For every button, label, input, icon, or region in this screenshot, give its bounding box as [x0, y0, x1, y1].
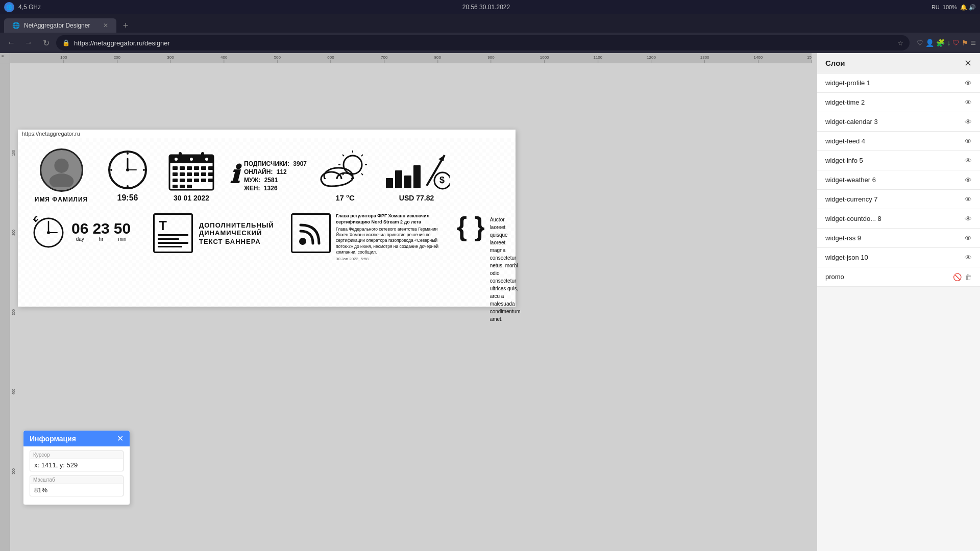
layer-item[interactable]: widget-weather 6 👁 [817, 170, 980, 190]
taskbar-globe-icon[interactable]: 🌐 [4, 2, 14, 12]
scale-label: Масштаб [30, 475, 124, 484]
subscribers-label: ПОДПИСЧИКИ: [244, 160, 289, 167]
layer-visibility-icon[interactable]: 👁 [965, 215, 972, 223]
user-icon[interactable]: 👤 [925, 39, 934, 47]
layer-visibility-icon[interactable]: 👁 [965, 98, 972, 107]
female-row: ЖЕН: 1326 [244, 185, 307, 192]
svg-rect-30 [180, 179, 185, 182]
svg-rect-21 [201, 166, 206, 170]
layer-item[interactable]: widget-json 10 👁 [817, 248, 980, 267]
svg-rect-23 [173, 172, 178, 176]
layer-name: widget-feed 4 [825, 137, 865, 145]
banner-url-text: https://netaggregator.ru [22, 131, 80, 137]
layer-visibility-icon[interactable]: 👁 [965, 79, 972, 87]
ruler-mark: 500 [274, 56, 281, 63]
v-ruler-mark: 400 [12, 389, 15, 395]
reload-button[interactable]: ↻ [39, 36, 53, 50]
bookmark-icon[interactable]: ☆ [897, 39, 903, 47]
clock-svg [107, 149, 148, 190]
svg-point-64 [299, 238, 306, 245]
layer-item[interactable]: widget-feed 4 👁 [817, 132, 980, 151]
flag-icon[interactable]: ⚑ [962, 39, 968, 47]
layer-visibility-icon[interactable]: 👁 [965, 176, 972, 184]
shield-icon[interactable]: 🛡 [952, 39, 960, 47]
online-row: ОНЛАЙН: 112 [244, 168, 307, 176]
taskbar: 🌐 4,5 GHz 20:56 30.01.2022 RU 100% 🔔 🔊 [0, 0, 980, 14]
svg-rect-13 [201, 152, 204, 159]
layer-visibility-icon[interactable]: 👁 [965, 195, 972, 204]
menu-icon-small: ≡ [2, 54, 4, 59]
url-bar[interactable]: 🔒 https://netaggregator.ru/designer ☆ [56, 35, 910, 51]
heart-icon[interactable]: ♡ [917, 39, 923, 47]
layer-item[interactable]: promo 🚫 🗑 [817, 267, 980, 287]
taskbar-time: 20:56 30.01.2022 [462, 4, 510, 11]
layer-visibility-icon[interactable]: 👁 [965, 137, 972, 145]
svg-rect-35 [173, 185, 178, 188]
rss-date: 30 Jan 2022, 5:58 [336, 257, 447, 261]
weather-svg [317, 149, 373, 190]
layers-panel-close-button[interactable]: ✕ [964, 58, 972, 69]
ruler-mark: 1200 [647, 56, 656, 63]
browser-active-tab[interactable]: 🌐 NetAggregator Designer ✕ [4, 18, 116, 33]
layer-visibility-icon[interactable]: 🚫 [953, 273, 962, 281]
profile-name: ИМЯ ФАМИЛИЯ [35, 196, 88, 203]
text-line-4 [158, 246, 182, 248]
banner-bottom-row: 06 day 23 hr 50 min [18, 208, 516, 333]
lock-icon: 🔒 [62, 39, 70, 46]
layer-actions: 🚫 🗑 [953, 273, 972, 281]
text-label-1: ДОПОЛНИТЕЛЬНЫЙ ДИНАМИЧЕСКИЙ [199, 221, 281, 237]
text-label-2: ТЕКСТ БАННЕРА [199, 238, 281, 245]
banner-url-label: https://netaggregator.ru [18, 130, 516, 138]
layer-actions: 👁 [965, 215, 972, 223]
ruler-mark: 200 [114, 56, 120, 63]
rss-content: Глава регулятора ФРГ Хоманн исключил сер… [336, 213, 447, 261]
layer-actions: 👁 [965, 195, 972, 204]
layer-delete-icon[interactable]: 🗑 [965, 273, 972, 281]
tab-close-icon[interactable]: ✕ [103, 22, 108, 29]
svg-rect-33 [201, 179, 206, 182]
clock-time: 19:56 [117, 193, 138, 203]
taskbar-left: 🌐 4,5 GHz [4, 2, 41, 12]
browser-toolbar: ← → ↻ 🔒 https://netaggregator.ru/designe… [0, 33, 980, 53]
layer-item[interactable]: widget-rss 9 👁 [817, 229, 980, 248]
back-button[interactable]: ← [4, 36, 18, 50]
design-area[interactable]: https://netaggregator.ru [10, 63, 812, 551]
ruler-corner: ≡ [0, 53, 10, 63]
svg-rect-19 [187, 166, 192, 170]
layer-name: widget-rss 9 [825, 234, 861, 242]
download-icon[interactable]: ↓ [947, 39, 950, 47]
widget-clock: 19:56 [102, 149, 153, 203]
ruler-mark: 1500 [807, 56, 812, 63]
layer-name: widget-countdo... 8 [825, 215, 881, 222]
layer-item[interactable]: widget-info 5 👁 [817, 151, 980, 170]
svg-rect-31 [187, 179, 192, 182]
layer-item[interactable]: widget-profile 1 👁 [817, 73, 980, 93]
layer-item[interactable]: widget-currency 7 👁 [817, 190, 980, 209]
layer-item[interactable]: widget-time 2 👁 [817, 93, 980, 112]
layers-panel-header: Слои ✕ [817, 53, 980, 73]
ruler-mark: 1300 [700, 56, 709, 63]
ruler-mark: 1000 [540, 56, 549, 63]
layer-item[interactable]: widget-countdo... 8 👁 [817, 209, 980, 229]
layer-visibility-icon[interactable]: 👁 [965, 234, 972, 242]
svg-point-6 [127, 153, 129, 155]
forward-button[interactable]: → [21, 36, 36, 50]
v-ruler-mark: 500 [12, 468, 15, 474]
layer-visibility-icon[interactable]: 👁 [965, 157, 972, 165]
svg-point-8 [127, 185, 129, 187]
ruler-mark: 700 [381, 56, 387, 63]
banner-container[interactable]: https://netaggregator.ru [18, 130, 516, 307]
info-panel-close-button[interactable]: ✕ [117, 434, 124, 443]
svg-rect-24 [180, 172, 185, 176]
male-value: 2581 [264, 177, 278, 184]
layer-name: widget-info 5 [825, 157, 863, 164]
text-widget-icon: T [153, 213, 193, 253]
new-tab-button[interactable]: + [118, 18, 133, 33]
layer-visibility-icon[interactable]: 👁 [965, 118, 972, 126]
layer-item[interactable]: widget-calendar 3 👁 [817, 112, 980, 132]
svg-point-1 [49, 173, 74, 187]
extension-icon[interactable]: 🧩 [936, 39, 945, 47]
layer-visibility-icon[interactable]: 👁 [965, 254, 972, 262]
menu-icon[interactable]: ≡ [970, 38, 976, 48]
layer-actions: 👁 [965, 98, 972, 107]
